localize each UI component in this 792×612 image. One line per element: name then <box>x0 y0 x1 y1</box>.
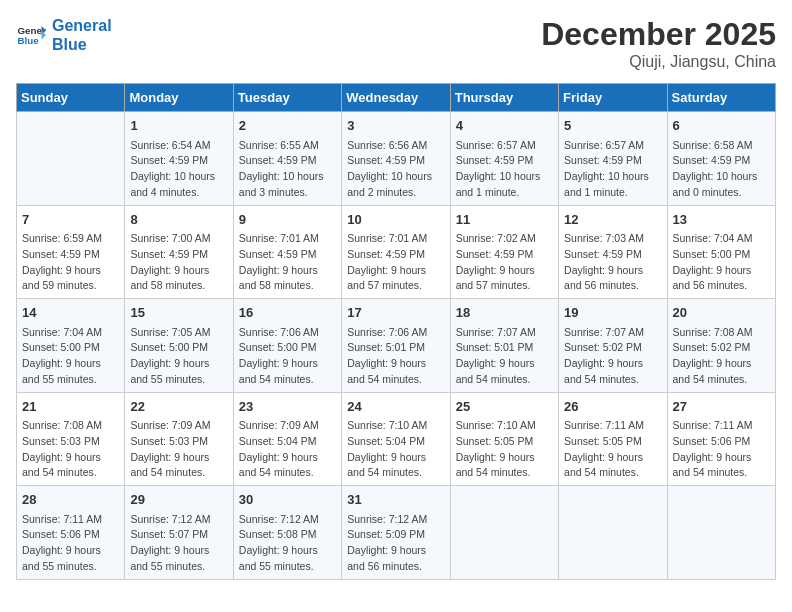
calendar-week-4: 21Sunrise: 7:08 AM Sunset: 5:03 PM Dayli… <box>17 392 776 486</box>
calendar-cell: 21Sunrise: 7:08 AM Sunset: 5:03 PM Dayli… <box>17 392 125 486</box>
cell-content: Sunrise: 6:54 AM Sunset: 4:59 PM Dayligh… <box>130 138 227 201</box>
col-header-thursday: Thursday <box>450 84 558 112</box>
day-number: 3 <box>347 116 444 136</box>
day-number: 31 <box>347 490 444 510</box>
calendar-cell: 20Sunrise: 7:08 AM Sunset: 5:02 PM Dayli… <box>667 299 775 393</box>
cell-content: Sunrise: 6:59 AM Sunset: 4:59 PM Dayligh… <box>22 231 119 294</box>
day-number: 7 <box>22 210 119 230</box>
svg-text:Blue: Blue <box>18 35 40 46</box>
calendar-cell: 24Sunrise: 7:10 AM Sunset: 5:04 PM Dayli… <box>342 392 450 486</box>
calendar-cell: 5Sunrise: 6:57 AM Sunset: 4:59 PM Daylig… <box>559 112 667 206</box>
cell-content: Sunrise: 7:10 AM Sunset: 5:04 PM Dayligh… <box>347 418 444 481</box>
calendar-cell: 29Sunrise: 7:12 AM Sunset: 5:07 PM Dayli… <box>125 486 233 580</box>
cell-content: Sunrise: 7:04 AM Sunset: 5:00 PM Dayligh… <box>22 325 119 388</box>
logo-icon: General Blue <box>16 20 46 50</box>
calendar-title-block: December 2025 Qiuji, Jiangsu, China <box>541 16 776 71</box>
cell-content: Sunrise: 7:05 AM Sunset: 5:00 PM Dayligh… <box>130 325 227 388</box>
day-number: 19 <box>564 303 661 323</box>
calendar-cell: 15Sunrise: 7:05 AM Sunset: 5:00 PM Dayli… <box>125 299 233 393</box>
day-number: 21 <box>22 397 119 417</box>
col-header-sunday: Sunday <box>17 84 125 112</box>
day-number: 12 <box>564 210 661 230</box>
cell-content: Sunrise: 6:57 AM Sunset: 4:59 PM Dayligh… <box>564 138 661 201</box>
col-header-monday: Monday <box>125 84 233 112</box>
day-number: 25 <box>456 397 553 417</box>
day-number: 8 <box>130 210 227 230</box>
cell-content: Sunrise: 7:07 AM Sunset: 5:02 PM Dayligh… <box>564 325 661 388</box>
col-header-saturday: Saturday <box>667 84 775 112</box>
calendar-cell: 1Sunrise: 6:54 AM Sunset: 4:59 PM Daylig… <box>125 112 233 206</box>
calendar-week-1: 1Sunrise: 6:54 AM Sunset: 4:59 PM Daylig… <box>17 112 776 206</box>
cell-content: Sunrise: 7:02 AM Sunset: 4:59 PM Dayligh… <box>456 231 553 294</box>
calendar-cell: 23Sunrise: 7:09 AM Sunset: 5:04 PM Dayli… <box>233 392 341 486</box>
cell-content: Sunrise: 7:01 AM Sunset: 4:59 PM Dayligh… <box>239 231 336 294</box>
day-number: 6 <box>673 116 770 136</box>
calendar-cell: 18Sunrise: 7:07 AM Sunset: 5:01 PM Dayli… <box>450 299 558 393</box>
calendar-cell: 8Sunrise: 7:00 AM Sunset: 4:59 PM Daylig… <box>125 205 233 299</box>
day-number: 16 <box>239 303 336 323</box>
day-number: 14 <box>22 303 119 323</box>
logo: General Blue GeneralBlue <box>16 16 112 54</box>
calendar-cell <box>450 486 558 580</box>
calendar-cell <box>667 486 775 580</box>
day-number: 1 <box>130 116 227 136</box>
cell-content: Sunrise: 6:56 AM Sunset: 4:59 PM Dayligh… <box>347 138 444 201</box>
day-number: 4 <box>456 116 553 136</box>
day-number: 29 <box>130 490 227 510</box>
day-number: 17 <box>347 303 444 323</box>
logo-text: GeneralBlue <box>52 16 112 54</box>
calendar-cell: 22Sunrise: 7:09 AM Sunset: 5:03 PM Dayli… <box>125 392 233 486</box>
cell-content: Sunrise: 7:11 AM Sunset: 5:06 PM Dayligh… <box>673 418 770 481</box>
day-number: 13 <box>673 210 770 230</box>
calendar-week-3: 14Sunrise: 7:04 AM Sunset: 5:00 PM Dayli… <box>17 299 776 393</box>
cell-content: Sunrise: 7:06 AM Sunset: 5:01 PM Dayligh… <box>347 325 444 388</box>
calendar-cell: 2Sunrise: 6:55 AM Sunset: 4:59 PM Daylig… <box>233 112 341 206</box>
cell-content: Sunrise: 7:10 AM Sunset: 5:05 PM Dayligh… <box>456 418 553 481</box>
cell-content: Sunrise: 6:55 AM Sunset: 4:59 PM Dayligh… <box>239 138 336 201</box>
calendar-body: 1Sunrise: 6:54 AM Sunset: 4:59 PM Daylig… <box>17 112 776 580</box>
cell-content: Sunrise: 7:00 AM Sunset: 4:59 PM Dayligh… <box>130 231 227 294</box>
calendar-cell: 30Sunrise: 7:12 AM Sunset: 5:08 PM Dayli… <box>233 486 341 580</box>
day-number: 27 <box>673 397 770 417</box>
day-number: 20 <box>673 303 770 323</box>
cell-content: Sunrise: 7:04 AM Sunset: 5:00 PM Dayligh… <box>673 231 770 294</box>
page-header: General Blue GeneralBlue December 2025 Q… <box>16 16 776 71</box>
calendar-cell: 10Sunrise: 7:01 AM Sunset: 4:59 PM Dayli… <box>342 205 450 299</box>
calendar-cell: 17Sunrise: 7:06 AM Sunset: 5:01 PM Dayli… <box>342 299 450 393</box>
calendar-cell: 26Sunrise: 7:11 AM Sunset: 5:05 PM Dayli… <box>559 392 667 486</box>
day-number: 22 <box>130 397 227 417</box>
calendar-cell: 13Sunrise: 7:04 AM Sunset: 5:00 PM Dayli… <box>667 205 775 299</box>
col-header-friday: Friday <box>559 84 667 112</box>
cell-content: Sunrise: 7:09 AM Sunset: 5:03 PM Dayligh… <box>130 418 227 481</box>
cell-content: Sunrise: 7:12 AM Sunset: 5:08 PM Dayligh… <box>239 512 336 575</box>
calendar-cell <box>559 486 667 580</box>
cell-content: Sunrise: 6:57 AM Sunset: 4:59 PM Dayligh… <box>456 138 553 201</box>
cell-content: Sunrise: 6:58 AM Sunset: 4:59 PM Dayligh… <box>673 138 770 201</box>
day-number: 26 <box>564 397 661 417</box>
day-number: 15 <box>130 303 227 323</box>
calendar-cell: 7Sunrise: 6:59 AM Sunset: 4:59 PM Daylig… <box>17 205 125 299</box>
day-number: 9 <box>239 210 336 230</box>
calendar-cell: 25Sunrise: 7:10 AM Sunset: 5:05 PM Dayli… <box>450 392 558 486</box>
cell-content: Sunrise: 7:07 AM Sunset: 5:01 PM Dayligh… <box>456 325 553 388</box>
calendar-cell: 9Sunrise: 7:01 AM Sunset: 4:59 PM Daylig… <box>233 205 341 299</box>
calendar-cell: 14Sunrise: 7:04 AM Sunset: 5:00 PM Dayli… <box>17 299 125 393</box>
cell-content: Sunrise: 7:09 AM Sunset: 5:04 PM Dayligh… <box>239 418 336 481</box>
cell-content: Sunrise: 7:11 AM Sunset: 5:05 PM Dayligh… <box>564 418 661 481</box>
calendar-cell: 16Sunrise: 7:06 AM Sunset: 5:00 PM Dayli… <box>233 299 341 393</box>
day-number: 11 <box>456 210 553 230</box>
calendar-cell: 6Sunrise: 6:58 AM Sunset: 4:59 PM Daylig… <box>667 112 775 206</box>
cell-content: Sunrise: 7:01 AM Sunset: 4:59 PM Dayligh… <box>347 231 444 294</box>
calendar-table: SundayMondayTuesdayWednesdayThursdayFrid… <box>16 83 776 580</box>
calendar-subtitle: Qiuji, Jiangsu, China <box>541 53 776 71</box>
col-header-wednesday: Wednesday <box>342 84 450 112</box>
cell-content: Sunrise: 7:12 AM Sunset: 5:07 PM Dayligh… <box>130 512 227 575</box>
day-number: 5 <box>564 116 661 136</box>
calendar-cell: 31Sunrise: 7:12 AM Sunset: 5:09 PM Dayli… <box>342 486 450 580</box>
calendar-cell: 28Sunrise: 7:11 AM Sunset: 5:06 PM Dayli… <box>17 486 125 580</box>
calendar-cell: 19Sunrise: 7:07 AM Sunset: 5:02 PM Dayli… <box>559 299 667 393</box>
calendar-cell: 12Sunrise: 7:03 AM Sunset: 4:59 PM Dayli… <box>559 205 667 299</box>
calendar-cell: 3Sunrise: 6:56 AM Sunset: 4:59 PM Daylig… <box>342 112 450 206</box>
day-number: 28 <box>22 490 119 510</box>
cell-content: Sunrise: 7:03 AM Sunset: 4:59 PM Dayligh… <box>564 231 661 294</box>
